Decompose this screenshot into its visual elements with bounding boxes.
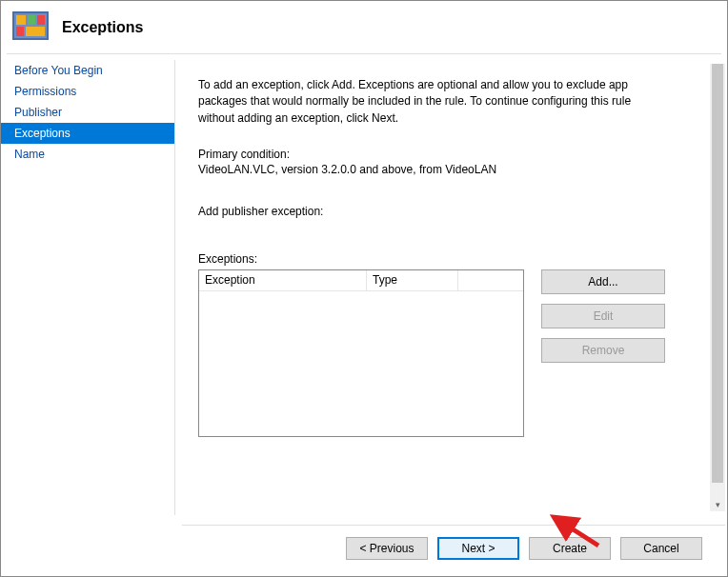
list-header: Exception Type	[199, 270, 523, 291]
next-button[interactable]: Next >	[437, 537, 519, 560]
primary-condition-value: VideoLAN.VLC, version 3.2.0.0 and above,…	[198, 163, 702, 176]
sidebar: Before You Begin Permissions Publisher E…	[1, 54, 174, 521]
footer: < Previous Next > Create Cancel	[182, 525, 725, 570]
svg-rect-6	[26, 27, 45, 36]
edit-button: Edit	[541, 304, 665, 328]
page-title: Exceptions	[62, 19, 143, 36]
header: Exceptions	[1, 1, 727, 53]
scrollbar[interactable]: ▾	[710, 64, 725, 511]
sidebar-item-before-you-begin[interactable]: Before You Begin	[1, 60, 174, 81]
list-buttons: Add... Edit Remove	[541, 269, 665, 363]
sidebar-item-publisher[interactable]: Publisher	[1, 102, 174, 123]
column-exception[interactable]: Exception	[199, 270, 367, 290]
column-spacer	[458, 270, 523, 290]
exceptions-listbox[interactable]: Exception Type	[198, 269, 524, 437]
wizard-window: Exceptions Before You Begin Permissions …	[0, 0, 728, 577]
create-button[interactable]: Create	[529, 537, 611, 560]
primary-condition-label: Primary condition:	[198, 148, 702, 161]
sidebar-item-exceptions[interactable]: Exceptions	[1, 123, 174, 144]
previous-button[interactable]: < Previous	[346, 537, 428, 560]
body: Before You Begin Permissions Publisher E…	[1, 54, 727, 521]
add-publisher-label: Add publisher exception:	[198, 205, 702, 218]
column-type[interactable]: Type	[367, 270, 458, 290]
remove-button: Remove	[541, 338, 665, 363]
svg-rect-2	[16, 15, 26, 25]
scroll-down-icon[interactable]: ▾	[710, 500, 725, 509]
cancel-button[interactable]: Cancel	[620, 537, 702, 560]
sidebar-item-permissions[interactable]: Permissions	[1, 81, 174, 102]
description-text: To add an exception, click Add. Exceptio…	[198, 77, 646, 127]
exceptions-label: Exceptions:	[198, 252, 702, 266]
scrollbar-thumb[interactable]	[712, 64, 723, 483]
sidebar-item-name[interactable]: Name	[1, 144, 174, 165]
app-icon	[12, 11, 49, 43]
svg-rect-4	[37, 15, 45, 25]
svg-rect-5	[16, 27, 24, 36]
svg-rect-3	[28, 15, 35, 25]
content-pane: To add an exception, click Add. Exceptio…	[175, 54, 727, 521]
add-button[interactable]: Add...	[541, 269, 665, 294]
